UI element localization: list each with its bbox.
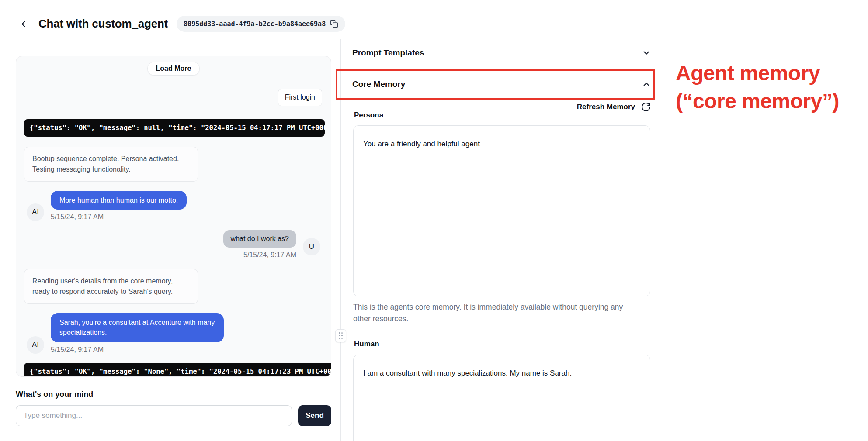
panel-resize-handle[interactable] [335, 329, 346, 342]
human-label: Human [354, 340, 379, 348]
message-timestamp: 5/15/24, 9:17 AM [51, 346, 104, 354]
core-memory-section-header[interactable]: Core Memory [352, 72, 651, 97]
human-memory-box: I am a consultant with many specializati… [353, 355, 650, 441]
agent-id-badge: 8095dd33-aaad-4f9a-b2cc-b9a84aee69a8 [177, 16, 345, 32]
agent-id-value: 8095dd33-aaad-4f9a-b2cc-b9a84aee69a8 [184, 20, 326, 28]
ai-message-row-1: AI More human than human is our motto. 5… [27, 191, 331, 221]
prompt-templates-section-header[interactable]: Prompt Templates [352, 40, 651, 65]
ai-avatar: AI [27, 336, 44, 354]
load-more-button[interactable]: Load More [147, 62, 200, 76]
message-timestamp: 5/15/24, 9:17 AM [51, 213, 104, 221]
annotation-line-2: (“core memory”) [676, 87, 839, 115]
agent-monologue-1: Bootup sequence complete. Persona activa… [24, 147, 198, 182]
refresh-memory-label: Refresh Memory [577, 103, 635, 111]
annotation-line-1: Agent memory [676, 59, 839, 87]
back-button[interactable] [17, 18, 30, 30]
send-button[interactable]: Send [298, 405, 331, 426]
chevron-up-icon [642, 79, 651, 89]
agent-monologue-2: Reading user's details from the core mem… [24, 269, 198, 304]
grip-dots-icon [339, 332, 343, 339]
core-memory-help-text: This is the agents core memory. It is im… [353, 301, 633, 325]
refresh-icon [641, 102, 651, 112]
user-avatar: U [303, 238, 320, 255]
refresh-memory-button[interactable]: Refresh Memory [352, 102, 651, 112]
message-timestamp: 5/15/24, 9:17 AM [243, 251, 296, 259]
page-title: Chat with custom_agent [38, 17, 168, 31]
app-window: Chat with custom_agent 8095dd33-aaad-4f9… [0, 0, 868, 441]
ai-message-bubble: More human than human is our motto. [51, 191, 187, 210]
header-divider [13, 39, 647, 39]
copy-icon[interactable] [330, 20, 338, 28]
human-textarea[interactable]: I am a consultant with many specializati… [354, 355, 650, 441]
system-status-message-2: {"status": "OK", "message": "None", "tim… [24, 363, 331, 377]
ai-message-bubble: Sarah, you're a consultant at Accenture … [51, 313, 224, 342]
persona-textarea[interactable]: You are a friendly and helpful agent [354, 126, 650, 296]
chat-message-list: Load More First login {"status": "OK", "… [16, 56, 331, 377]
system-status-message-1: {"status": "OK", "message": null, "time"… [24, 119, 325, 137]
user-message-bubble: what do I work as? [223, 230, 296, 248]
header: Chat with custom_agent 8095dd33-aaad-4f9… [17, 16, 345, 32]
chevron-down-icon [642, 48, 651, 58]
ai-message-row-2: AI Sarah, you're a consultant at Accentu… [27, 313, 331, 353]
ai-avatar: AI [27, 203, 44, 221]
back-chevron-icon [19, 19, 28, 29]
core-memory-label: Core Memory [352, 79, 405, 89]
panel-divider [340, 39, 341, 441]
message-input[interactable] [16, 405, 292, 426]
persona-label: Persona [354, 111, 383, 120]
prompt-templates-label: Prompt Templates [352, 48, 424, 58]
user-message-row: what do I work as? 5/15/24, 9:17 AM U [16, 230, 320, 259]
persona-memory-box: You are a friendly and helpful agent [353, 125, 650, 296]
annotation-text: Agent memory (“core memory”) [676, 59, 839, 115]
first-login-badge: First login [278, 89, 322, 106]
composer: Send [16, 405, 331, 426]
composer-label: What's on your mind [16, 390, 93, 399]
